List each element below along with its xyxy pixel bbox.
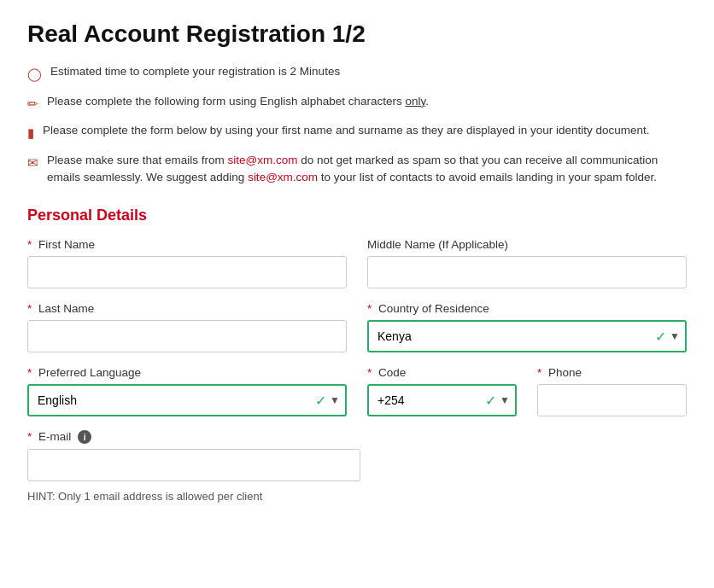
notice-identity-text: Please complete the form below by using … xyxy=(43,122,650,139)
preferred-language-select[interactable]: English French Spanish Arabic xyxy=(27,384,347,416)
last-name-input[interactable] xyxy=(27,320,347,352)
middle-name-group: Middle Name (If Applicable) xyxy=(367,238,687,288)
pencil-icon: ✏ xyxy=(27,95,38,114)
phone-label: * Phone xyxy=(537,366,687,379)
notice-email-text: Please make sure that emails from site@x… xyxy=(47,152,687,187)
middle-name-label: Middle Name (If Applicable) xyxy=(367,238,687,251)
code-phone-group: * Code +254 +1 +44 +27 ✓ ▼ * P xyxy=(367,366,687,416)
email-info-icon: i xyxy=(78,430,91,444)
first-name-group: * First Name xyxy=(27,238,347,288)
code-select-wrapper: +254 +1 +44 +27 ✓ ▼ xyxy=(367,384,517,416)
email-group: * E-mail i HINT: Only 1 email address is… xyxy=(27,430,360,503)
notice-english: ✏ Please complete the following form usi… xyxy=(27,93,687,114)
site-email-link-1[interactable]: site@xm.com xyxy=(228,154,298,166)
id-card-icon: ▮ xyxy=(27,124,34,143)
page-title: Real Account Registration 1/2 xyxy=(27,20,687,48)
language-select-wrapper: English French Spanish Arabic ✓ ▼ xyxy=(27,384,347,416)
email-label: * E-mail i xyxy=(27,430,360,444)
country-of-residence-label: * Country of Residence xyxy=(367,302,687,315)
email-hint: HINT: Only 1 email address is allowed pe… xyxy=(27,490,360,503)
clock-icon: ◯ xyxy=(27,65,42,84)
phone-input[interactable] xyxy=(537,384,687,416)
email-input[interactable] xyxy=(27,449,360,481)
code-select[interactable]: +254 +1 +44 +27 xyxy=(367,384,517,416)
notice-time: ◯ Estimated time to complete your regist… xyxy=(27,63,687,84)
site-email-link-2[interactable]: site@xm.com xyxy=(248,171,318,183)
code-label: * Code xyxy=(367,366,517,379)
notice-email-spam: ✉ Please make sure that emails from site… xyxy=(27,152,687,187)
first-name-label: * First Name xyxy=(27,238,347,251)
first-name-input[interactable] xyxy=(27,256,347,288)
middle-name-input[interactable] xyxy=(367,256,687,288)
last-name-label: * Last Name xyxy=(27,302,347,315)
notice-identity: ▮ Please complete the form below by usin… xyxy=(27,122,687,143)
preferred-language-label: * Preferred Language xyxy=(27,366,347,379)
email-warning-icon: ✉ xyxy=(27,154,38,173)
country-of-residence-select[interactable]: Kenya Uganda Tanzania South Africa Niger… xyxy=(367,320,687,352)
code-group: * Code +254 +1 +44 +27 ✓ ▼ xyxy=(367,366,517,416)
notice-english-text: Please complete the following form using… xyxy=(47,93,429,110)
country-select-wrapper: Kenya Uganda Tanzania South Africa Niger… xyxy=(367,320,687,352)
preferred-language-group: * Preferred Language English French Span… xyxy=(27,366,347,416)
last-name-group: * Last Name xyxy=(27,302,347,352)
notice-time-text: Estimated time to complete your registra… xyxy=(50,63,340,80)
phone-group: * Phone xyxy=(537,366,687,416)
country-of-residence-group: * Country of Residence Kenya Uganda Tanz… xyxy=(367,302,687,352)
personal-details-title: Personal Details xyxy=(27,207,687,224)
personal-details-form: * First Name Middle Name (If Applicable)… xyxy=(27,238,687,503)
